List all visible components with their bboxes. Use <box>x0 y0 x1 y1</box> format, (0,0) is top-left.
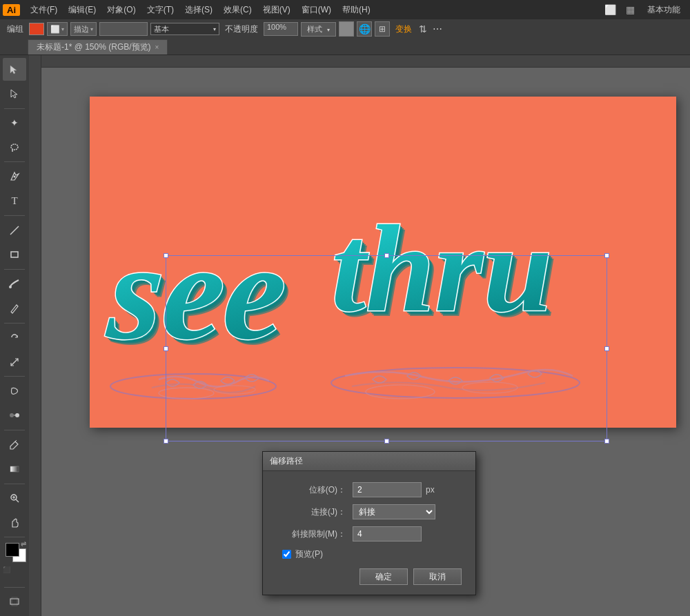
tool-line[interactable] <box>3 219 26 241</box>
opacity-label: 不透明度 <box>222 23 261 35</box>
reset-colors-icon[interactable]: ⬛ <box>3 566 10 573</box>
tool-lasso[interactable] <box>3 136 26 159</box>
svg-point-5 <box>9 286 12 288</box>
svg-point-2 <box>14 176 16 178</box>
svg-point-30 <box>159 388 214 399</box>
menu-type[interactable]: 文字(T) <box>142 3 179 17</box>
dialog-body: 位移(O)： px 连接(J)： 斜接圆角斜切 斜接限制(M)： 预览(P) 确… <box>263 471 475 595</box>
join-select-wrapper: 斜接圆角斜切 <box>353 504 435 519</box>
document-tab[interactable]: 未标题-1* @ 150% (RGB/预览) × <box>28 39 168 54</box>
flip-icon[interactable]: ⇅ <box>417 23 428 34</box>
join-label: 连接(J)： <box>277 506 353 518</box>
miter-row: 斜接限制(M)： <box>277 526 462 542</box>
svg-line-7 <box>11 359 18 366</box>
ruler-horizontal <box>29 55 690 68</box>
tool-magic-wand[interactable]: ✦ <box>3 112 26 135</box>
menu-object[interactable]: 对象(O) <box>102 3 140 17</box>
svg-point-0 <box>11 144 18 150</box>
svg-rect-12 <box>10 466 19 472</box>
offset-input[interactable] <box>353 482 422 497</box>
grid-icon[interactable]: ▦ <box>622 4 639 15</box>
handle-bc[interactable] <box>384 439 389 444</box>
tool-screen-mode[interactable] <box>3 590 26 613</box>
stroke-icon: ⬜ <box>50 25 60 34</box>
join-select[interactable]: 斜接圆角斜切 <box>353 504 435 519</box>
tool-rotate[interactable] <box>3 326 26 349</box>
svg-point-8 <box>10 413 14 417</box>
tool-zoom[interactable] <box>3 487 26 510</box>
svg-point-9 <box>15 413 19 417</box>
tool-blend[interactable] <box>3 404 26 427</box>
tool-direct-selection[interactable] <box>3 82 26 105</box>
brush-arrow: ▾ <box>90 26 93 32</box>
tool-warp[interactable] <box>3 379 26 402</box>
svg-point-34 <box>462 382 518 393</box>
transform-label[interactable]: 变换 <box>393 23 415 35</box>
tool-pencil[interactable] <box>3 297 26 319</box>
options-toolbar: 编组 ⬜ ▾ 描边 ▾ 基本 ▾ 不透明度 100% 样式 ▾ 🌐 ⊞ 变换 ⇅… <box>0 19 690 39</box>
join-row: 连接(J)： 斜接圆角斜切 <box>277 504 462 519</box>
style-arrow: ▾ <box>327 27 330 33</box>
tab-close-button[interactable]: × <box>155 43 159 51</box>
color-area: ⇌ ⬛ <box>3 543 26 571</box>
align-icon[interactable]: ⊞ <box>375 21 390 37</box>
brush-size-input[interactable] <box>99 22 148 36</box>
preview-label[interactable]: 预览(P) <box>295 548 323 560</box>
tool-rectangle[interactable] <box>3 243 26 266</box>
style-color-box[interactable] <box>339 21 354 37</box>
stroke-arrow: ▾ <box>61 26 64 32</box>
cancel-button[interactable]: 取消 <box>413 568 462 585</box>
tool-selection[interactable] <box>3 58 26 81</box>
menu-edit[interactable]: 编辑(E) <box>63 3 101 17</box>
search-icon[interactable]: ⬜ <box>600 4 620 15</box>
stroke-style-preview[interactable]: 基本 ▾ <box>150 23 219 35</box>
more-options-icon[interactable]: ⋯ <box>431 23 444 34</box>
preview-checkbox[interactable] <box>282 550 291 559</box>
preview-row: 预览(P) <box>277 548 462 560</box>
menu-window[interactable]: 窗口(W) <box>297 3 336 17</box>
app-logo: Ai <box>3 4 20 16</box>
tool-type[interactable]: T <box>3 190 26 212</box>
menu-effect[interactable]: 效果(C) <box>219 3 257 17</box>
artboard: see see see see thru thru thru thru see … <box>90 97 676 428</box>
globe-icon[interactable]: 🌐 <box>357 21 372 37</box>
svg-line-6 <box>11 312 12 313</box>
foreground-color[interactable] <box>6 543 19 557</box>
tab-title: 未标题-1* @ 150% (RGB/预览) <box>37 41 151 53</box>
offset-unit: px <box>423 485 435 495</box>
tool-brush[interactable] <box>3 272 26 295</box>
tool-hand[interactable] <box>3 511 26 534</box>
menu-view[interactable]: 视图(V) <box>258 3 295 17</box>
tool-gradient[interactable] <box>3 457 26 480</box>
handle-bl[interactable] <box>164 439 168 444</box>
svg-line-14 <box>16 499 19 502</box>
brush-label: 描边 <box>74 24 89 34</box>
offset-row: 位移(O)： px <box>277 482 462 497</box>
handle-br[interactable] <box>604 439 609 444</box>
style-dropdown[interactable]: 样式 ▾ <box>301 22 336 37</box>
opacity-value: 100% <box>267 23 286 31</box>
fill-color-box[interactable] <box>29 23 44 35</box>
svg-rect-4 <box>11 252 18 257</box>
opacity-input[interactable]: 100% <box>264 22 298 36</box>
menu-select[interactable]: 选择(S) <box>180 3 217 17</box>
tool-pen[interactable] <box>3 165 26 188</box>
svg-text:thru: thru <box>331 200 552 337</box>
dialog-title-text: 偏移路径 <box>270 456 303 466</box>
tab-bar: 未标题-1* @ 150% (RGB/预览) × <box>0 39 690 55</box>
brush-dropdown[interactable]: 描边 ▾ <box>70 22 97 36</box>
svg-text:see: see <box>103 215 293 368</box>
swap-colors-icon[interactable]: ⇌ <box>21 540 26 548</box>
stroke-dropdown[interactable]: ⬜ ▾ <box>47 22 68 36</box>
ok-button[interactable]: 确定 <box>359 568 408 585</box>
menu-help[interactable]: 帮助(H) <box>337 3 375 17</box>
menu-file[interactable]: 文件(F) <box>26 3 62 17</box>
tool-scale[interactable] <box>3 350 26 373</box>
dialog-title-bar[interactable]: 偏移路径 <box>263 452 475 471</box>
menu-bar: Ai 文件(F) 编辑(E) 对象(O) 文字(T) 选择(S) 效果(C) 视… <box>0 0 690 19</box>
tool-eyedropper[interactable] <box>3 433 26 456</box>
offset-path-dialog: 偏移路径 位移(O)： px 连接(J)： 斜接圆角斜切 斜接限制(M)： 预览… <box>262 451 476 595</box>
miter-input[interactable] <box>353 526 422 542</box>
dialog-buttons: 确定 取消 <box>277 568 462 585</box>
ruler-vertical <box>29 55 41 616</box>
